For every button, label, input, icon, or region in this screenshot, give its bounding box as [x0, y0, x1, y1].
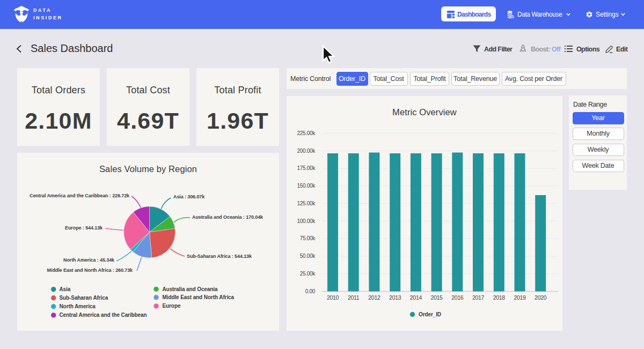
- svg-text:2017: 2017: [472, 294, 485, 301]
- svg-text:125.00k: 125.00k: [297, 201, 316, 206]
- svg-text:225.00k: 225.00k: [297, 130, 316, 136]
- svg-text:2019: 2019: [514, 294, 526, 301]
- svg-text:2011: 2011: [348, 294, 360, 301]
- svg-text:100.00k: 100.00k: [297, 218, 316, 224]
- svg-text:0.00: 0.00: [305, 288, 316, 294]
- svg-text:2016: 2016: [451, 294, 464, 301]
- svg-text:2012: 2012: [368, 294, 380, 301]
- svg-text:2020: 2020: [535, 294, 547, 301]
- svg-text:Order_ID: Order_ID: [419, 311, 441, 317]
- svg-text:2018: 2018: [493, 294, 506, 301]
- svg-text:2015: 2015: [431, 294, 443, 301]
- svg-text:50.00k: 50.00k: [300, 253, 316, 259]
- svg-text:200.00k: 200.00k: [297, 148, 316, 154]
- svg-text:75.00k: 75.00k: [300, 235, 316, 241]
- svg-text:2014: 2014: [410, 294, 422, 301]
- svg-text:150.00k: 150.00k: [297, 183, 316, 189]
- svg-text:25.00k: 25.00k: [300, 271, 316, 277]
- svg-text:2010: 2010: [327, 294, 339, 301]
- svg-text:2013: 2013: [389, 294, 401, 301]
- svg-text:175.00k: 175.00k: [297, 165, 316, 171]
